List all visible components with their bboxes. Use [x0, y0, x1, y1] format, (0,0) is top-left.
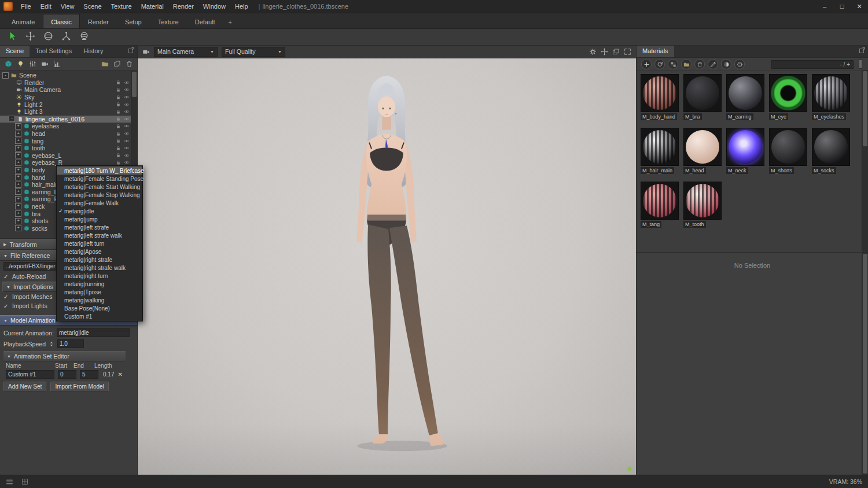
detail-scrollbar[interactable]: [862, 253, 868, 475]
sphere-icon[interactable]: [734, 59, 745, 69]
tab-tool-settings[interactable]: Tool Settings: [30, 45, 78, 57]
visibility-icon[interactable]: [124, 153, 130, 158]
tree-expander[interactable]: +: [15, 167, 21, 173]
animation-option[interactable]: metarig|Female Walk: [57, 199, 142, 207]
tree-item-eyelashes[interactable]: +eyelashes: [0, 123, 137, 130]
material-item-m_tooth[interactable]: M_tooth: [683, 182, 722, 230]
menu-file[interactable]: File: [16, 1, 36, 12]
viewport[interactable]: Main Camera ▼ Full Quality ▼: [138, 45, 636, 475]
tree-item-light-3[interactable]: Light 3: [0, 108, 137, 116]
eyedropper-icon[interactable]: [708, 59, 718, 69]
menu-view[interactable]: View: [56, 1, 79, 12]
workspace-tab-setup[interactable]: Setup: [117, 14, 150, 28]
tree-expander[interactable]: +: [15, 145, 21, 151]
viewport-canvas[interactable]: [138, 58, 636, 475]
set-end-input[interactable]: [80, 370, 98, 379]
visibility-icon[interactable]: [124, 102, 130, 108]
tree-expander[interactable]: +: [15, 138, 21, 144]
scale-tool-icon[interactable]: [60, 30, 72, 43]
minimize-button[interactable]: –: [816, 0, 833, 13]
quality-select[interactable]: Full Quality ▼: [222, 47, 285, 57]
visibility-icon[interactable]: [124, 94, 130, 100]
playback-speed-input[interactable]: [57, 339, 84, 348]
lock-icon[interactable]: [116, 94, 121, 100]
current-animation-select[interactable]: [57, 328, 130, 337]
material-item-m_eye[interactable]: M_eye: [769, 74, 807, 123]
material-item-m_bra[interactable]: M_bra: [683, 74, 722, 123]
material-item-m_shorts[interactable]: M_shorts: [769, 128, 807, 176]
animation-option[interactable]: metarig|Female Start Walking: [57, 183, 142, 191]
lock-icon[interactable]: [116, 138, 121, 144]
menu-texture[interactable]: Texture: [106, 1, 137, 12]
visibility-icon[interactable]: [124, 123, 130, 129]
camera-select[interactable]: Main Camera ▼: [154, 47, 218, 57]
animation-set-editor-header[interactable]: ▼ Animation Set Editor: [3, 351, 126, 361]
stepper-icon[interactable]: [49, 341, 54, 347]
visibility-icon[interactable]: [124, 138, 130, 144]
material-item-m_earring[interactable]: M_earring: [726, 74, 764, 123]
visibility-icon[interactable]: [124, 87, 130, 93]
tree-expander[interactable]: +: [15, 218, 21, 224]
workspace-tab-classic[interactable]: Classic: [43, 14, 79, 28]
visibility-icon[interactable]: [124, 80, 130, 86]
paint-icon[interactable]: [721, 59, 731, 69]
animation-option[interactable]: Base Pose(None): [57, 304, 142, 312]
close-button[interactable]: ✕: [851, 0, 868, 13]
duplicate-icon[interactable]: [113, 60, 121, 68]
tree-expander[interactable]: +: [15, 225, 21, 231]
popout-icon[interactable]: [859, 47, 866, 54]
grid-icon[interactable]: [21, 478, 28, 485]
lock-icon[interactable]: [116, 145, 121, 151]
tree-item-render[interactable]: Render: [0, 79, 137, 87]
animation-option[interactable]: metarig|right strafe: [57, 256, 142, 264]
expand-icon[interactable]: [624, 48, 631, 56]
workspace-tab-render[interactable]: Render: [80, 14, 117, 28]
tree-expander[interactable]: +: [15, 188, 21, 195]
visibility-icon[interactable]: [124, 131, 130, 136]
tree-expander[interactable]: +: [15, 123, 21, 130]
material-item-m_head[interactable]: M_head: [683, 128, 722, 176]
set-name-input[interactable]: [6, 370, 54, 379]
tab-materials[interactable]: Materials: [637, 45, 674, 57]
maximize-button[interactable]: □: [833, 0, 851, 13]
tree-item-eyebase-l[interactable]: +eyebase_L: [0, 152, 137, 160]
gear-icon[interactable]: [589, 48, 597, 56]
bulb-icon[interactable]: [16, 60, 24, 68]
checker-icon[interactable]: [668, 59, 678, 69]
duplicate-icon[interactable]: [612, 48, 620, 56]
material-filter-field[interactable]: - / +: [771, 60, 854, 69]
add-new-set-button[interactable]: Add New Set: [3, 382, 46, 391]
chart-icon[interactable]: [53, 60, 61, 68]
material-item-m_tang[interactable]: M_tang: [641, 182, 679, 230]
animation-option[interactable]: metarig|left turn: [57, 239, 142, 247]
tree-expander[interactable]: +: [15, 160, 21, 166]
sliders-icon[interactable]: [28, 60, 36, 68]
material-item-m_socks[interactable]: M_socks: [812, 128, 850, 176]
tree-expander[interactable]: +: [15, 182, 21, 188]
tree-item-head[interactable]: +head: [0, 130, 137, 138]
visibility-icon[interactable]: [124, 145, 130, 151]
lock-icon[interactable]: [116, 80, 121, 86]
material-item-m_eyelashes[interactable]: M_eyelashes: [812, 74, 850, 123]
tree-expander[interactable]: +: [15, 203, 21, 209]
animation-option[interactable]: metarig|Tpose: [57, 288, 142, 296]
menu-render[interactable]: Render: [168, 1, 198, 12]
plus-icon[interactable]: [641, 59, 652, 69]
thumbnail-size-slider[interactable]: [859, 60, 862, 69]
menu-material[interactable]: Material: [137, 1, 168, 12]
lock-icon[interactable]: [116, 116, 121, 122]
animation-option[interactable]: metarig|right strafe walk: [57, 264, 142, 272]
animation-option[interactable]: metarig|180 Turn W_ Briefcase: [57, 167, 142, 175]
visibility-icon[interactable]: [124, 116, 130, 122]
refresh-icon[interactable]: [654, 59, 665, 69]
tree-expander[interactable]: -: [2, 72, 9, 79]
camera-icon[interactable]: [41, 60, 49, 68]
animation-option[interactable]: metarig|left strafe walk: [57, 231, 142, 239]
workspace-tab-animate[interactable]: Animate: [3, 14, 43, 28]
animation-option[interactable]: metarig|walking: [57, 296, 142, 304]
animation-set-row[interactable]: 0.17 ✕: [0, 369, 137, 380]
lock-icon[interactable]: [116, 153, 121, 158]
materials-scrollbar[interactable]: [862, 70, 868, 252]
animation-option[interactable]: metarig|Female Standing Pose: [57, 175, 142, 183]
tree-item-scene[interactable]: -Scene: [0, 72, 137, 79]
